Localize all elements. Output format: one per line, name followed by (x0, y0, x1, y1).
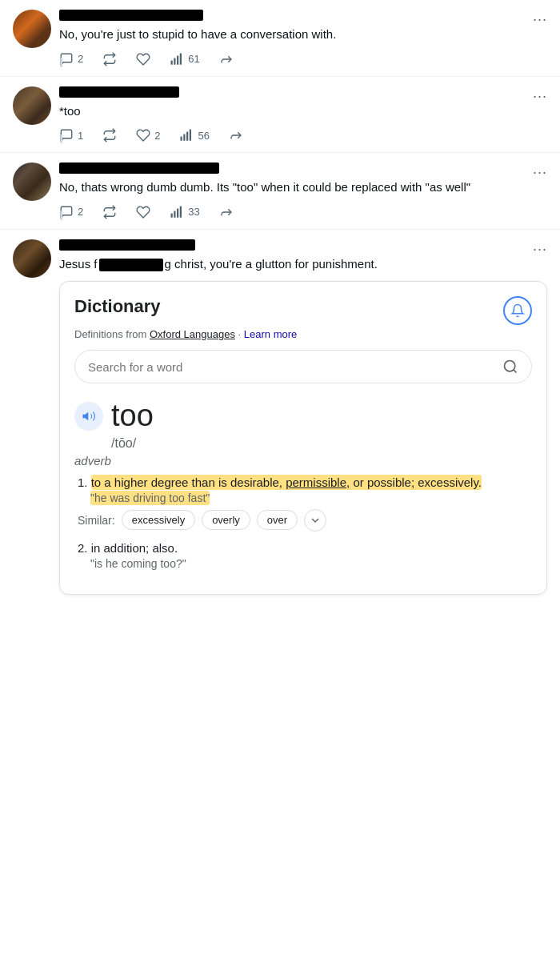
svg-rect-6 (186, 132, 188, 141)
tweet-2-text: *too (59, 102, 547, 121)
more-button-1[interactable]: ··· (533, 11, 547, 28)
view-count-1: 61 (188, 53, 199, 65)
like-action-3[interactable] (136, 205, 150, 219)
svg-rect-4 (181, 137, 182, 141)
views-action-3[interactable]: 33 (170, 205, 199, 219)
dict-def-1: 1. to a higher degree than is desirable,… (78, 475, 532, 532)
tweet-1-content: No, you're just to stupid to have a conv… (59, 10, 547, 66)
dict-def-2-example: "is he coming too?" (90, 557, 532, 570)
share-action-2[interactable] (229, 128, 243, 142)
tweet-3-text: No, thats wrong dumb dumb. Its "too" whe… (59, 179, 547, 197)
dict-bell-button[interactable] (503, 296, 532, 325)
reply-action-2[interactable]: 1 (59, 128, 83, 142)
svg-point-12 (505, 361, 515, 371)
views-action-1[interactable]: 61 (170, 52, 199, 66)
svg-rect-2 (177, 55, 178, 64)
svg-rect-7 (190, 130, 191, 141)
svg-rect-11 (180, 206, 182, 217)
share-action-1[interactable] (219, 52, 234, 66)
avatar-2 (13, 86, 51, 125)
dict-def-1-text-highlighted: to a higher degree than is desirable, pe… (91, 475, 482, 490)
like-action-1[interactable] (136, 52, 150, 66)
dict-source: Definitions from Oxford Languages · Lear… (74, 328, 532, 340)
dict-chip-overly[interactable]: overly (202, 510, 250, 530)
tweet-4-text-part2: g christ, you're a glutton for punishmen… (165, 257, 378, 271)
share-action-3[interactable] (219, 205, 234, 219)
more-button-4[interactable]: ··· (533, 241, 547, 258)
retweet-action-1[interactable] (102, 52, 117, 66)
reply-count-2: 1 (78, 130, 83, 142)
view-count-3: 33 (188, 206, 199, 218)
dict-sound-button[interactable] (74, 402, 103, 431)
views-action-2[interactable]: 56 (179, 128, 209, 142)
username-bar-2 (59, 86, 179, 98)
tweet-3-actions: 2 33 (59, 205, 547, 219)
dict-def-1-permissible: permissible, (286, 475, 350, 489)
dict-pronunciation: /tōo/ (111, 436, 532, 451)
tweet-1: No, you're just to stupid to have a conv… (0, 0, 560, 77)
reply-count-1: 2 (78, 53, 83, 65)
like-action-2[interactable]: 2 (136, 128, 160, 142)
dict-word: too (111, 398, 154, 435)
thread-line-2 (61, 134, 62, 144)
tweet-2: *too 1 2 56 ··· (0, 77, 560, 154)
thread-line-1 (61, 58, 62, 67)
view-count-2: 56 (198, 130, 209, 142)
dict-source-name[interactable]: Oxford Languages (150, 328, 235, 340)
avatar-4 (13, 239, 51, 278)
dict-word-row: too (74, 398, 532, 435)
dict-def-2: 2. in addition; also. "is he coming too?… (78, 541, 532, 570)
dict-chip-over[interactable]: over (257, 510, 298, 530)
svg-rect-8 (171, 213, 173, 217)
dict-def-2-text: in addition; also. (91, 541, 178, 555)
retweet-action-3[interactable] (102, 205, 117, 219)
dict-def-1-example-highlighted: "he was driving too fast" (90, 491, 210, 505)
dict-chip-excessively[interactable]: excessively (122, 510, 195, 530)
dict-title: Dictionary (74, 296, 161, 317)
dict-search-input[interactable] (88, 360, 502, 374)
tweet-2-content: *too 1 2 56 (59, 86, 547, 143)
username-bar-3 (59, 163, 219, 174)
svg-rect-10 (177, 208, 178, 217)
tweet-3-content: No, thats wrong dumb dumb. Its "too" whe… (59, 163, 547, 219)
tweet-4-text-part1: Jesus f (59, 257, 98, 271)
retweet-action-2[interactable] (102, 128, 117, 142)
tweet-4: Jesus fg christ, you're a glutton for pu… (0, 230, 560, 611)
reply-action-3[interactable]: 2 (59, 205, 83, 219)
username-bar-1 (59, 10, 203, 21)
like-count-2: 2 (154, 130, 160, 142)
dict-search-box[interactable] (74, 350, 532, 383)
svg-rect-1 (174, 58, 175, 64)
svg-line-13 (514, 370, 517, 373)
tweet-1-text: No, you're just to stupid to have a conv… (59, 26, 547, 44)
dict-separator: · (238, 328, 244, 340)
reply-action-1[interactable]: 2 (59, 52, 83, 66)
more-button-2[interactable]: ··· (533, 88, 547, 105)
avatar-1 (13, 10, 51, 48)
tweet-2-actions: 1 2 56 (59, 128, 547, 142)
dict-part-of-speech: adverb (74, 454, 532, 467)
dict-header: Dictionary (74, 296, 532, 325)
svg-rect-5 (184, 134, 186, 141)
avatar-3 (13, 163, 51, 201)
reply-count-3: 2 (78, 206, 83, 218)
thread-line-3 (61, 211, 62, 220)
search-icon (502, 359, 518, 375)
censored-text-4 (99, 259, 163, 271)
dict-learn-more-link[interactable]: Learn more (244, 328, 297, 340)
tweet-1-actions: 2 61 (59, 52, 547, 66)
svg-rect-0 (171, 60, 173, 64)
dict-expand-similar-button[interactable] (304, 509, 326, 532)
svg-marker-14 (83, 412, 89, 421)
tweet-4-content: Jesus fg christ, you're a glutton for pu… (59, 239, 547, 601)
dict-def-1-example: "he was driving too fast" (90, 492, 532, 504)
dict-def-2-number: 2. (78, 541, 91, 555)
more-button-3[interactable]: ··· (533, 164, 547, 181)
dict-similar-label: Similar: (78, 514, 115, 527)
svg-rect-9 (174, 211, 175, 217)
dict-source-label: Definitions from (74, 328, 146, 340)
tweet-4-text: Jesus fg christ, you're a glutton for pu… (59, 255, 547, 274)
dict-definitions: 1. to a higher degree than is desirable,… (78, 475, 532, 570)
svg-rect-3 (180, 53, 182, 64)
dict-similar-row: Similar: excessively overly over (78, 509, 532, 532)
